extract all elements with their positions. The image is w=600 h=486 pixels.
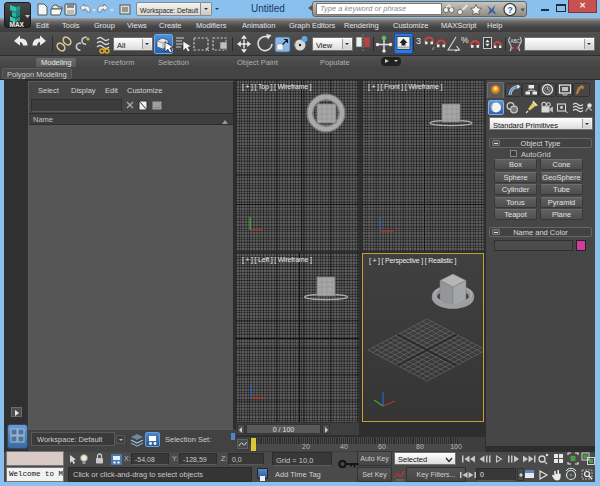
svg-text:%: % (461, 35, 469, 45)
svg-text:ABC: ABC (511, 39, 521, 44)
svg-text:3: 3 (416, 36, 421, 46)
svg-text:MAX: MAX (10, 21, 25, 28)
svg-text:?: ? (508, 5, 513, 15)
